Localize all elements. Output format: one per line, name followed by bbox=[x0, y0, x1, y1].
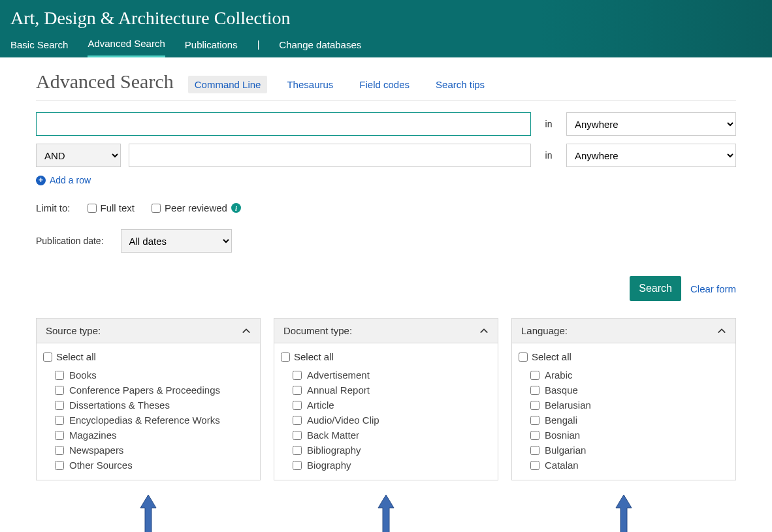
select-all-language-checkbox[interactable] bbox=[519, 352, 528, 362]
nav-change-databases[interactable]: Change databases bbox=[279, 39, 361, 57]
in-label-1: in bbox=[539, 119, 558, 129]
list-item[interactable]: Conference Papers & Proceedings bbox=[55, 383, 253, 398]
panel-head-language[interactable]: Language: bbox=[512, 319, 735, 343]
panel-head-document-type[interactable]: Document type: bbox=[274, 319, 498, 343]
publication-date-select[interactable]: All dates bbox=[121, 229, 232, 253]
option-label: Audio/Video Clip bbox=[307, 415, 379, 426]
option-checkbox[interactable] bbox=[293, 431, 302, 440]
subtab-command-line[interactable]: Command Line bbox=[188, 76, 268, 93]
list-item[interactable]: Belarusian bbox=[530, 398, 729, 413]
nav-basic-search[interactable]: Basic Search bbox=[10, 39, 68, 57]
list-item[interactable]: Bibliography bbox=[293, 443, 491, 458]
option-label: Other Sources bbox=[69, 460, 133, 471]
select-all-label: Select all bbox=[532, 351, 571, 362]
select-all-source-type-checkbox[interactable] bbox=[43, 352, 52, 362]
nav-advanced-search[interactable]: Advanced Search bbox=[88, 38, 165, 57]
up-arrow-icon bbox=[615, 493, 633, 532]
list-item[interactable]: Bengali bbox=[530, 413, 729, 428]
list-item[interactable]: Basque bbox=[530, 383, 729, 398]
up-arrow-icon bbox=[139, 493, 157, 532]
search-button[interactable]: Search bbox=[630, 276, 681, 301]
option-checkbox[interactable] bbox=[530, 371, 539, 380]
full-text-checkbox[interactable] bbox=[88, 204, 97, 213]
subtab-search-tips[interactable]: Search tips bbox=[429, 76, 491, 93]
search-input-1[interactable] bbox=[36, 112, 531, 136]
clear-form-link[interactable]: Clear form bbox=[690, 283, 736, 294]
list-item[interactable]: Books bbox=[55, 368, 253, 383]
list-item[interactable]: Audio/Video Clip bbox=[293, 413, 491, 428]
select-all-document-type-checkbox[interactable] bbox=[281, 352, 290, 362]
peer-reviewed-checkbox-wrap[interactable]: Peer reviewed i bbox=[152, 202, 241, 213]
select-all-language[interactable]: Select all bbox=[519, 350, 729, 368]
select-all-label: Select all bbox=[294, 351, 334, 362]
option-label: Biography bbox=[307, 460, 351, 471]
option-checkbox[interactable] bbox=[530, 386, 539, 395]
list-item[interactable]: Newspapers bbox=[55, 443, 253, 458]
option-checkbox[interactable] bbox=[293, 401, 302, 410]
subtab-thesaurus[interactable]: Thesaurus bbox=[280, 76, 340, 93]
options-document-type[interactable]: AdvertisementAnnual ReportArticleAudio/V… bbox=[281, 368, 491, 480]
actions-row: Search Clear form bbox=[36, 276, 736, 301]
info-icon[interactable]: i bbox=[231, 203, 241, 213]
option-label: Books bbox=[69, 369, 97, 381]
option-checkbox[interactable] bbox=[530, 461, 539, 470]
option-checkbox[interactable] bbox=[55, 401, 64, 410]
option-checkbox[interactable] bbox=[293, 416, 302, 425]
select-all-source-type[interactable]: Select all bbox=[43, 350, 253, 368]
in-label-2: in bbox=[539, 150, 558, 161]
list-item[interactable]: Bulgarian bbox=[530, 443, 729, 458]
list-item[interactable]: Article bbox=[293, 398, 491, 413]
option-checkbox[interactable] bbox=[55, 461, 64, 470]
list-item[interactable]: Biography bbox=[293, 458, 491, 473]
full-text-checkbox-wrap[interactable]: Full text bbox=[88, 202, 135, 213]
list-item[interactable]: Encyclopedias & Reference Works bbox=[55, 413, 253, 428]
peer-reviewed-checkbox[interactable] bbox=[152, 204, 161, 213]
option-checkbox[interactable] bbox=[55, 371, 64, 380]
subtab-field-codes[interactable]: Field codes bbox=[353, 76, 416, 93]
option-label: Back Matter bbox=[307, 430, 359, 441]
panel-document-type: Document type: Select all AdvertisementA… bbox=[274, 318, 498, 480]
option-checkbox[interactable] bbox=[530, 446, 539, 455]
boolean-operator-select[interactable]: AND bbox=[36, 144, 121, 167]
list-item[interactable]: Back Matter bbox=[293, 428, 491, 443]
option-checkbox[interactable] bbox=[293, 446, 302, 455]
option-checkbox[interactable] bbox=[55, 416, 64, 425]
option-checkbox[interactable] bbox=[55, 386, 64, 395]
options-language[interactable]: ArabicBasqueBelarusianBengaliBosnianBulg… bbox=[519, 368, 729, 480]
field-select-2[interactable]: Anywhere bbox=[566, 144, 736, 167]
options-source-type[interactable]: BooksConference Papers & ProceedingsDiss… bbox=[43, 368, 253, 480]
option-checkbox[interactable] bbox=[293, 386, 302, 395]
list-item[interactable]: Magazines bbox=[55, 428, 253, 443]
list-item[interactable]: Arabic bbox=[530, 368, 729, 383]
option-checkbox[interactable] bbox=[530, 416, 539, 425]
option-checkbox[interactable] bbox=[55, 431, 64, 440]
field-select-1[interactable]: Anywhere bbox=[566, 112, 736, 136]
panel-head-source-type[interactable]: Source type: bbox=[37, 319, 260, 343]
nav-separator: | bbox=[257, 39, 260, 56]
add-row-button[interactable]: + Add a row bbox=[36, 175, 736, 185]
option-checkbox[interactable] bbox=[293, 461, 302, 470]
limit-to-label: Limit to: bbox=[36, 202, 71, 213]
list-item[interactable]: Bosnian bbox=[530, 428, 729, 443]
list-item[interactable]: Dissertations & Theses bbox=[55, 398, 253, 413]
option-checkbox[interactable] bbox=[293, 371, 302, 380]
list-item[interactable]: Catalan bbox=[530, 458, 729, 473]
option-checkbox[interactable] bbox=[530, 401, 539, 410]
panel-language: Language: Select all ArabicBasqueBelarus… bbox=[511, 318, 736, 480]
site-title: Art, Design & Architecture Collection bbox=[10, 8, 762, 38]
option-checkbox[interactable] bbox=[55, 446, 64, 455]
select-all-document-type[interactable]: Select all bbox=[281, 350, 491, 368]
list-item[interactable]: Other Sources bbox=[55, 458, 253, 473]
list-item[interactable]: Annual Report bbox=[293, 383, 491, 398]
list-item[interactable]: Advertisement bbox=[293, 368, 491, 383]
site-header: Art, Design & Architecture Collection Ba… bbox=[0, 0, 772, 57]
sub-tabs: Command Line Thesaurus Field codes Searc… bbox=[188, 76, 491, 93]
nav-publications[interactable]: Publications bbox=[185, 39, 238, 57]
search-input-2[interactable] bbox=[129, 144, 531, 167]
add-row-label: Add a row bbox=[50, 175, 91, 185]
option-checkbox[interactable] bbox=[530, 431, 539, 440]
select-all-label: Select all bbox=[56, 351, 96, 362]
option-label: Advertisement bbox=[307, 369, 370, 381]
page-title: Advanced Search bbox=[36, 70, 174, 93]
limit-row: Limit to: Full text Peer reviewed i bbox=[36, 202, 736, 213]
